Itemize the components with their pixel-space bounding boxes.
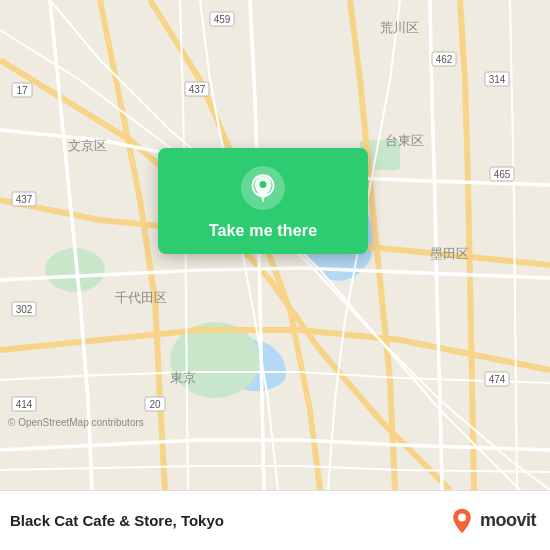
district-bunkyo: 文京区 — [68, 138, 107, 153]
district-sumida: 墨田区 — [430, 246, 469, 261]
bottom-bar: Black Cat Cafe & Store, Tokyo moovit — [0, 490, 550, 550]
location-card: Take me there — [158, 148, 368, 254]
svg-point-18 — [458, 513, 466, 521]
place-info: Black Cat Cafe & Store, Tokyo — [10, 512, 224, 529]
district-tokyo: 東京 — [170, 370, 196, 385]
moovit-pin-icon — [448, 507, 476, 535]
location-pin-icon — [249, 174, 277, 202]
attribution: © OpenStreetMap contributors — [8, 417, 144, 428]
district-taito: 台東区 — [385, 133, 424, 148]
road-number-459: 459 — [214, 14, 231, 25]
road-number-437-left: 437 — [16, 194, 33, 205]
place-name: Black Cat Cafe & Store, Tokyo — [10, 512, 224, 529]
moovit-text: moovit — [480, 510, 536, 531]
moovit-logo: moovit — [448, 507, 536, 535]
take-me-there-button[interactable]: Take me there — [209, 222, 318, 240]
map-container: 荒川区 台東区 墨田区 文京区 千代田区 東京 459 437 462 314 … — [0, 0, 550, 490]
svg-point-17 — [260, 181, 267, 188]
road-number-437-top: 437 — [189, 84, 206, 95]
road-number-465: 465 — [494, 169, 511, 180]
district-chiyoda: 千代田区 — [115, 290, 167, 305]
road-number-20: 20 — [149, 399, 161, 410]
road-number-462: 462 — [436, 54, 453, 65]
road-number-474: 474 — [489, 374, 506, 385]
road-number-302: 302 — [16, 304, 33, 315]
district-arakawa: 荒川区 — [380, 20, 419, 35]
road-number-414: 414 — [16, 399, 33, 410]
road-number-314: 314 — [489, 74, 506, 85]
pin-icon-wrap — [241, 166, 285, 210]
road-number-17: 17 — [16, 85, 28, 96]
